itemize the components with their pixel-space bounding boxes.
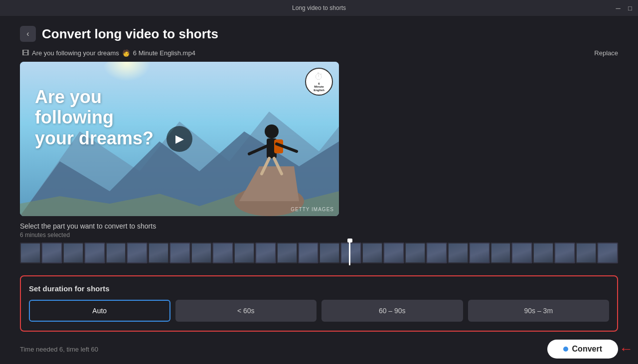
page-title: Convert long video to shorts (42, 26, 218, 42)
frame-cell (63, 243, 84, 263)
frame-cell (127, 243, 148, 263)
duration-section: Set duration for shorts Auto < 60s 60 – … (20, 275, 618, 332)
maximize-button[interactable]: □ (626, 4, 634, 12)
frame-cell (234, 243, 255, 263)
frame-cell (106, 243, 127, 263)
frame-cell (554, 243, 575, 263)
timeline-scrubber[interactable] (349, 241, 350, 265)
duration-lt60-button[interactable]: < 60s (175, 300, 317, 322)
app-title: Long video to shorts (292, 4, 346, 11)
convert-area: Convert ← (547, 340, 618, 359)
svg-point-7 (265, 124, 279, 138)
duration-90-3m-button[interactable]: 90s – 3m (468, 300, 610, 322)
convert-button[interactable]: Convert (547, 340, 618, 359)
frame-cell (362, 243, 383, 263)
convert-label: Convert (572, 345, 602, 354)
frame-cell (20, 243, 41, 263)
frame-cell (490, 243, 511, 263)
time-info: Time needed 6, time left 60 (20, 346, 98, 353)
film-icon: 🎞 (22, 49, 29, 57)
video-play-button[interactable]: ▶ (166, 126, 192, 152)
frame-cell (298, 243, 319, 263)
video-thumbnail: Are youfollowingyour dreams? ▶ ⏱ 6Minute… (20, 62, 339, 216)
left-panel: Are youfollowingyour dreams? ▶ ⏱ 6Minute… (20, 62, 618, 363)
play-icon: ▶ (175, 132, 184, 145)
frame-cell (212, 243, 233, 263)
person-svg (219, 92, 319, 216)
video-watermark: ⏱ 6MinuteEnglish (305, 68, 333, 96)
file-name-part1: Are you following your dreams (32, 49, 119, 57)
frame-cell (84, 243, 105, 263)
frame-cell (426, 243, 447, 263)
title-bar: Long video to shorts ─ □ (0, 0, 638, 16)
frame-cell (469, 243, 490, 263)
select-label: Select the part you want to convert to s… (20, 222, 618, 230)
frame-cell (148, 243, 169, 263)
content-area: Are youfollowingyour dreams? ▶ ⏱ 6Minute… (20, 62, 618, 363)
red-arrow-icon: ← (619, 341, 633, 357)
main-content: ‹ Convert long video to shorts 🎞 Are you… (0, 16, 638, 363)
frame-cell (383, 243, 404, 263)
file-info-row: 🎞 Are you following your dreams 🧑 6 Minu… (20, 49, 618, 57)
bottom-bar: Time needed 6, time left 60 Convert ← (20, 340, 618, 363)
select-sublabel: 6 minutes selected (20, 232, 618, 239)
duration-options: Auto < 60s 60 – 90s 90s – 3m (29, 300, 609, 322)
frame-cell (340, 243, 361, 263)
frame-cell (597, 243, 618, 263)
file-info: 🎞 Are you following your dreams 🧑 6 Minu… (22, 49, 195, 57)
frame-cell (448, 243, 469, 263)
timeline-strip[interactable] (20, 243, 618, 268)
minimize-button[interactable]: ─ (614, 4, 622, 12)
frame-cell (576, 243, 597, 263)
duration-label: Set duration for shorts (29, 284, 609, 293)
page-header: ‹ Convert long video to shorts (20, 26, 618, 42)
clock-icon: ⏱ (315, 72, 323, 82)
frame-grid (20, 243, 618, 263)
frame-cell (41, 243, 62, 263)
frame-cell (277, 243, 298, 263)
watermark-text: 6MinuteEnglish (314, 82, 324, 92)
frame-cell (405, 243, 426, 263)
frame-cell (319, 243, 340, 263)
duration-60-90-button[interactable]: 60 – 90s (321, 300, 463, 322)
frame-cell (511, 243, 532, 263)
emoji-icon: 🧑 (122, 49, 130, 57)
svg-marker-6 (239, 166, 299, 201)
frame-cell (255, 243, 276, 263)
frame-cell (169, 243, 190, 263)
file-name-part2: 6 Minute English.mp4 (133, 49, 195, 57)
select-section: Select the part you want to convert to s… (20, 222, 618, 363)
video-overlay-text: Are youfollowingyour dreams? (35, 87, 154, 148)
frame-cell (191, 243, 212, 263)
duration-auto-button[interactable]: Auto (29, 300, 170, 322)
replace-button[interactable]: Replace (594, 49, 618, 57)
getty-label: GETTY IMAGES (291, 207, 334, 212)
frame-cell (533, 243, 554, 263)
convert-dot (563, 347, 568, 352)
video-background: Are youfollowingyour dreams? ▶ ⏱ 6Minute… (20, 62, 339, 216)
window-controls: ─ □ (614, 0, 634, 16)
back-button[interactable]: ‹ (20, 26, 36, 42)
